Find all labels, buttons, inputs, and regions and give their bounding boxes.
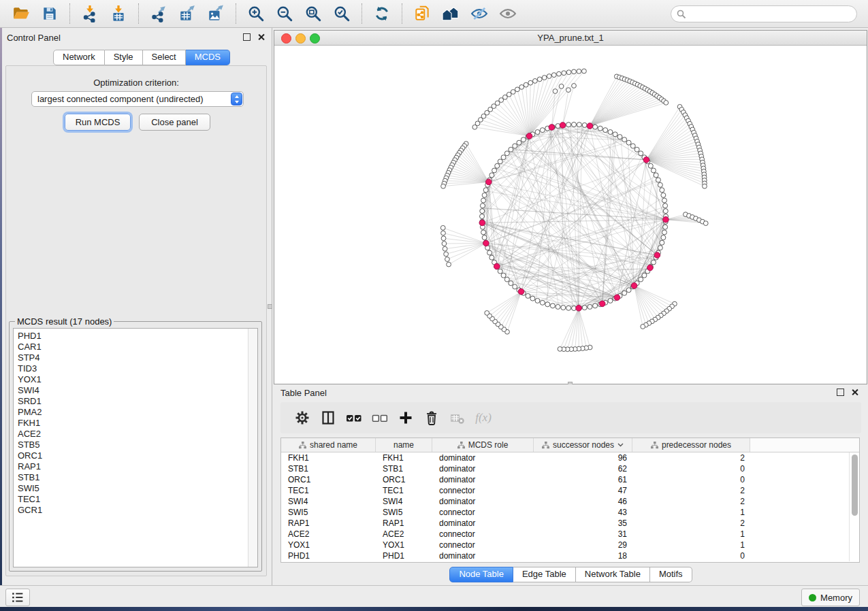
mcds-result-item[interactable]: PMA2: [18, 407, 257, 418]
export-table-icon[interactable]: [176, 3, 199, 24]
table-row[interactable]: PHD1PHD1dominator180: [281, 550, 859, 561]
table-options-icon[interactable]: [290, 406, 315, 429]
table-cell[interactable]: ORC1: [281, 475, 376, 484]
table-cell[interactable]: connector: [432, 540, 534, 550]
table-cell[interactable]: dominator: [432, 453, 534, 463]
table-row[interactable]: STB1STB1dominator620: [281, 463, 859, 474]
table-row[interactable]: SWI5SWI5connector431: [281, 507, 859, 518]
new-column-icon[interactable]: [393, 406, 418, 429]
table-cell[interactable]: SWI4: [376, 497, 432, 506]
table-cell[interactable]: 0: [632, 551, 750, 561]
refresh-view-icon[interactable]: [370, 3, 393, 24]
zoom-out-icon[interactable]: [273, 3, 296, 24]
mcds-result-item[interactable]: STP4: [18, 352, 257, 363]
table-row[interactable]: RAP1RAP1dominator352: [281, 518, 859, 529]
mcds-result-item[interactable]: RAP1: [18, 461, 257, 472]
mcds-result-item[interactable]: GCR1: [18, 505, 257, 516]
mcds-result-item[interactable]: SWI4: [18, 385, 257, 396]
table-row[interactable]: FKH1FKH1dominator962: [281, 452, 859, 463]
import-network-icon[interactable]: [78, 3, 101, 24]
table-cell[interactable]: connector: [432, 529, 534, 539]
search-field[interactable]: [671, 5, 857, 22]
duplicate-network-icon[interactable]: [411, 3, 434, 24]
table-cell[interactable]: dominator: [432, 497, 534, 506]
column-header-name[interactable]: name: [376, 438, 432, 452]
mcds-result-item[interactable]: FKH1: [18, 418, 257, 429]
mcds-result-item[interactable]: STB5: [18, 440, 257, 450]
tab-network[interactable]: Network: [53, 50, 105, 65]
table-cell[interactable]: YOX1: [281, 540, 376, 550]
table-cell[interactable]: FKH1: [281, 453, 376, 463]
table-cell[interactable]: STB1: [376, 464, 432, 474]
table-scrollbar[interactable]: [849, 452, 859, 561]
save-session-icon[interactable]: [38, 3, 61, 24]
table-cell[interactable]: connector: [432, 508, 534, 517]
mcds-result-list[interactable]: PHD1CAR1STP4TID3YOX1SWI4SRD1PMA2FKH1ACE2…: [13, 328, 258, 567]
column-header-predecessor-nodes[interactable]: predecessor nodes: [632, 438, 750, 452]
mcds-result-item[interactable]: SWI5: [18, 483, 257, 494]
mcds-result-item[interactable]: TEC1: [18, 494, 257, 505]
table-cell[interactable]: 43: [534, 508, 632, 517]
float-panel-icon[interactable]: [243, 33, 251, 41]
export-image-icon[interactable]: [204, 3, 227, 24]
table-cell[interactable]: 1: [632, 529, 750, 539]
memory-button[interactable]: Memory: [801, 589, 860, 606]
table-scrollbar-thumb[interactable]: [852, 455, 858, 516]
export-network-icon[interactable]: [147, 3, 170, 24]
table-cell[interactable]: 2: [632, 453, 750, 463]
import-table-icon[interactable]: [107, 3, 130, 24]
select-all-icon[interactable]: [342, 406, 366, 429]
table-cell[interactable]: 2: [632, 497, 750, 506]
zoom-fit-icon[interactable]: [302, 3, 325, 24]
table-cell[interactable]: FKH1: [376, 453, 432, 463]
table-row[interactable]: SWI4SWI4dominator462: [281, 496, 859, 507]
mcds-result-item[interactable]: CAR1: [18, 342, 257, 352]
table-cell[interactable]: 18: [534, 551, 632, 561]
table-cell[interactable]: TEC1: [376, 486, 432, 495]
tab-mcds[interactable]: MCDS: [186, 50, 230, 65]
table-cell[interactable]: 29: [534, 540, 632, 550]
mcds-result-item[interactable]: ORC1: [18, 450, 257, 461]
table-cell[interactable]: 47: [534, 486, 632, 495]
table-cell[interactable]: RAP1: [376, 518, 432, 528]
column-header-successor-nodes[interactable]: successor nodes: [534, 438, 632, 452]
close-panel-button[interactable]: Close panel: [139, 114, 210, 131]
close-table-panel-icon[interactable]: [851, 389, 858, 396]
tab-network-table[interactable]: Network Table: [576, 567, 650, 582]
table-cell[interactable]: dominator: [432, 475, 534, 484]
run-mcds-button[interactable]: Run MCDS: [65, 114, 131, 131]
table-cell[interactable]: SWI5: [281, 508, 376, 517]
table-cell[interactable]: 61: [534, 475, 632, 484]
table-cell[interactable]: ORC1: [376, 475, 432, 484]
tab-select[interactable]: Select: [143, 50, 186, 65]
table-row[interactable]: ORC1ORC1dominator610: [281, 474, 859, 485]
table-cell[interactable]: 46: [534, 497, 632, 506]
tab-edge-table[interactable]: Edge Table: [513, 567, 576, 582]
table-cell[interactable]: 96: [534, 453, 632, 463]
table-cell[interactable]: dominator: [432, 464, 534, 474]
deselect-all-icon[interactable]: [368, 406, 392, 429]
mcds-result-item[interactable]: SRD1: [18, 396, 257, 407]
table-cell[interactable]: 2: [632, 486, 750, 495]
mcds-result-item[interactable]: YOX1: [18, 374, 257, 385]
table-cell[interactable]: RAP1: [281, 518, 376, 528]
table-cell[interactable]: PHD1: [281, 551, 376, 561]
mcds-result-item[interactable]: TID3: [18, 363, 257, 374]
table-cell[interactable]: dominator: [432, 551, 534, 561]
table-cell[interactable]: connector: [432, 486, 534, 495]
delete-columns-icon[interactable]: [419, 406, 444, 429]
mcds-result-item[interactable]: STB1: [18, 472, 257, 483]
mcds-result-item[interactable]: ACE2: [18, 429, 257, 440]
criterion-dropdown[interactable]: largest connected component (undirected): [31, 91, 244, 107]
table-cell[interactable]: SWI4: [281, 497, 376, 506]
open-file-icon[interactable]: [10, 3, 33, 24]
tab-node-table[interactable]: Node Table: [449, 567, 513, 582]
table-cell[interactable]: TEC1: [281, 486, 376, 495]
mcds-list-scrollbar[interactable]: [248, 329, 257, 567]
close-panel-icon[interactable]: [257, 33, 265, 41]
float-table-panel-icon[interactable]: [837, 389, 844, 396]
table-cell[interactable]: ACE2: [376, 529, 432, 539]
network-graph-canvas[interactable]: [274, 45, 867, 384]
table-cell[interactable]: SWI5: [376, 508, 432, 517]
table-cell[interactable]: 31: [534, 529, 632, 539]
